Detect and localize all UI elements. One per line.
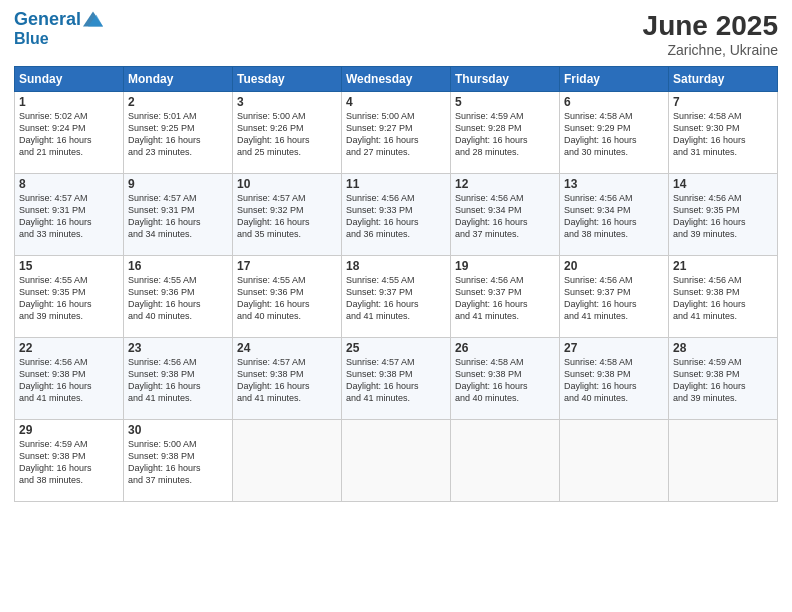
calendar-week-row: 29Sunrise: 4:59 AM Sunset: 9:38 PM Dayli… xyxy=(15,420,778,502)
calendar-cell: 10Sunrise: 4:57 AM Sunset: 9:32 PM Dayli… xyxy=(233,174,342,256)
calendar-cell: 23Sunrise: 4:56 AM Sunset: 9:38 PM Dayli… xyxy=(124,338,233,420)
day-info: Sunrise: 4:58 AM Sunset: 9:38 PM Dayligh… xyxy=(455,356,555,405)
day-number: 12 xyxy=(455,177,555,191)
day-number: 2 xyxy=(128,95,228,109)
day-info: Sunrise: 5:00 AM Sunset: 9:38 PM Dayligh… xyxy=(128,438,228,487)
calendar-cell: 24Sunrise: 4:57 AM Sunset: 9:38 PM Dayli… xyxy=(233,338,342,420)
day-number: 8 xyxy=(19,177,119,191)
weekday-header-cell: Sunday xyxy=(15,67,124,92)
calendar-body: 1Sunrise: 5:02 AM Sunset: 9:24 PM Daylig… xyxy=(15,92,778,502)
day-number: 27 xyxy=(564,341,664,355)
calendar: SundayMondayTuesdayWednesdayThursdayFrid… xyxy=(14,66,778,502)
month-title: June 2025 xyxy=(643,10,778,42)
weekday-header-cell: Wednesday xyxy=(342,67,451,92)
day-info: Sunrise: 4:57 AM Sunset: 9:38 PM Dayligh… xyxy=(346,356,446,405)
logo-line2: Blue xyxy=(14,30,103,48)
logo-line1: General xyxy=(14,9,81,29)
day-number: 11 xyxy=(346,177,446,191)
day-number: 10 xyxy=(237,177,337,191)
day-info: Sunrise: 4:56 AM Sunset: 9:34 PM Dayligh… xyxy=(564,192,664,241)
day-info: Sunrise: 4:56 AM Sunset: 9:33 PM Dayligh… xyxy=(346,192,446,241)
day-info: Sunrise: 5:00 AM Sunset: 9:27 PM Dayligh… xyxy=(346,110,446,159)
day-info: Sunrise: 4:59 AM Sunset: 9:38 PM Dayligh… xyxy=(673,356,773,405)
calendar-cell xyxy=(669,420,778,502)
day-number: 23 xyxy=(128,341,228,355)
calendar-cell xyxy=(342,420,451,502)
calendar-cell: 3Sunrise: 5:00 AM Sunset: 9:26 PM Daylig… xyxy=(233,92,342,174)
page: General Blue June 2025 Zarichne, Ukraine… xyxy=(0,0,792,612)
calendar-cell: 27Sunrise: 4:58 AM Sunset: 9:38 PM Dayli… xyxy=(560,338,669,420)
calendar-week-row: 8Sunrise: 4:57 AM Sunset: 9:31 PM Daylig… xyxy=(15,174,778,256)
calendar-cell: 5Sunrise: 4:59 AM Sunset: 9:28 PM Daylig… xyxy=(451,92,560,174)
calendar-week-row: 1Sunrise: 5:02 AM Sunset: 9:24 PM Daylig… xyxy=(15,92,778,174)
weekday-header-row: SundayMondayTuesdayWednesdayThursdayFrid… xyxy=(15,67,778,92)
logo-icon xyxy=(83,9,103,29)
calendar-cell: 16Sunrise: 4:55 AM Sunset: 9:36 PM Dayli… xyxy=(124,256,233,338)
calendar-cell: 28Sunrise: 4:59 AM Sunset: 9:38 PM Dayli… xyxy=(669,338,778,420)
day-info: Sunrise: 5:02 AM Sunset: 9:24 PM Dayligh… xyxy=(19,110,119,159)
day-info: Sunrise: 4:59 AM Sunset: 9:38 PM Dayligh… xyxy=(19,438,119,487)
day-info: Sunrise: 4:58 AM Sunset: 9:38 PM Dayligh… xyxy=(564,356,664,405)
day-info: Sunrise: 4:56 AM Sunset: 9:37 PM Dayligh… xyxy=(564,274,664,323)
day-number: 3 xyxy=(237,95,337,109)
day-number: 14 xyxy=(673,177,773,191)
calendar-cell xyxy=(560,420,669,502)
day-number: 9 xyxy=(128,177,228,191)
day-info: Sunrise: 4:56 AM Sunset: 9:34 PM Dayligh… xyxy=(455,192,555,241)
day-number: 29 xyxy=(19,423,119,437)
calendar-cell: 9Sunrise: 4:57 AM Sunset: 9:31 PM Daylig… xyxy=(124,174,233,256)
day-info: Sunrise: 4:55 AM Sunset: 9:36 PM Dayligh… xyxy=(237,274,337,323)
day-number: 26 xyxy=(455,341,555,355)
weekday-header-cell: Saturday xyxy=(669,67,778,92)
calendar-cell: 11Sunrise: 4:56 AM Sunset: 9:33 PM Dayli… xyxy=(342,174,451,256)
day-info: Sunrise: 4:57 AM Sunset: 9:32 PM Dayligh… xyxy=(237,192,337,241)
calendar-cell: 14Sunrise: 4:56 AM Sunset: 9:35 PM Dayli… xyxy=(669,174,778,256)
calendar-cell: 4Sunrise: 5:00 AM Sunset: 9:27 PM Daylig… xyxy=(342,92,451,174)
calendar-cell: 21Sunrise: 4:56 AM Sunset: 9:38 PM Dayli… xyxy=(669,256,778,338)
calendar-cell: 12Sunrise: 4:56 AM Sunset: 9:34 PM Dayli… xyxy=(451,174,560,256)
calendar-cell: 8Sunrise: 4:57 AM Sunset: 9:31 PM Daylig… xyxy=(15,174,124,256)
day-info: Sunrise: 4:59 AM Sunset: 9:28 PM Dayligh… xyxy=(455,110,555,159)
calendar-cell: 2Sunrise: 5:01 AM Sunset: 9:25 PM Daylig… xyxy=(124,92,233,174)
calendar-week-row: 22Sunrise: 4:56 AM Sunset: 9:38 PM Dayli… xyxy=(15,338,778,420)
header: General Blue June 2025 Zarichne, Ukraine xyxy=(14,10,778,58)
day-number: 5 xyxy=(455,95,555,109)
day-info: Sunrise: 4:56 AM Sunset: 9:35 PM Dayligh… xyxy=(673,192,773,241)
day-info: Sunrise: 4:56 AM Sunset: 9:38 PM Dayligh… xyxy=(19,356,119,405)
day-number: 30 xyxy=(128,423,228,437)
day-number: 16 xyxy=(128,259,228,273)
calendar-cell: 18Sunrise: 4:55 AM Sunset: 9:37 PM Dayli… xyxy=(342,256,451,338)
day-info: Sunrise: 4:58 AM Sunset: 9:29 PM Dayligh… xyxy=(564,110,664,159)
weekday-header-cell: Tuesday xyxy=(233,67,342,92)
day-number: 25 xyxy=(346,341,446,355)
day-number: 7 xyxy=(673,95,773,109)
day-info: Sunrise: 4:55 AM Sunset: 9:37 PM Dayligh… xyxy=(346,274,446,323)
calendar-cell: 7Sunrise: 4:58 AM Sunset: 9:30 PM Daylig… xyxy=(669,92,778,174)
day-info: Sunrise: 4:57 AM Sunset: 9:38 PM Dayligh… xyxy=(237,356,337,405)
day-number: 21 xyxy=(673,259,773,273)
day-number: 24 xyxy=(237,341,337,355)
day-info: Sunrise: 5:01 AM Sunset: 9:25 PM Dayligh… xyxy=(128,110,228,159)
day-info: Sunrise: 4:55 AM Sunset: 9:36 PM Dayligh… xyxy=(128,274,228,323)
calendar-cell: 1Sunrise: 5:02 AM Sunset: 9:24 PM Daylig… xyxy=(15,92,124,174)
day-number: 13 xyxy=(564,177,664,191)
day-info: Sunrise: 4:58 AM Sunset: 9:30 PM Dayligh… xyxy=(673,110,773,159)
calendar-cell xyxy=(233,420,342,502)
day-info: Sunrise: 4:57 AM Sunset: 9:31 PM Dayligh… xyxy=(128,192,228,241)
day-number: 19 xyxy=(455,259,555,273)
day-number: 20 xyxy=(564,259,664,273)
calendar-cell: 6Sunrise: 4:58 AM Sunset: 9:29 PM Daylig… xyxy=(560,92,669,174)
day-info: Sunrise: 4:56 AM Sunset: 9:38 PM Dayligh… xyxy=(128,356,228,405)
day-number: 1 xyxy=(19,95,119,109)
calendar-week-row: 15Sunrise: 4:55 AM Sunset: 9:35 PM Dayli… xyxy=(15,256,778,338)
logo: General Blue xyxy=(14,10,103,47)
calendar-cell: 30Sunrise: 5:00 AM Sunset: 9:38 PM Dayli… xyxy=(124,420,233,502)
calendar-cell: 13Sunrise: 4:56 AM Sunset: 9:34 PM Dayli… xyxy=(560,174,669,256)
calendar-cell: 29Sunrise: 4:59 AM Sunset: 9:38 PM Dayli… xyxy=(15,420,124,502)
calendar-cell: 17Sunrise: 4:55 AM Sunset: 9:36 PM Dayli… xyxy=(233,256,342,338)
day-number: 17 xyxy=(237,259,337,273)
calendar-cell: 26Sunrise: 4:58 AM Sunset: 9:38 PM Dayli… xyxy=(451,338,560,420)
day-number: 22 xyxy=(19,341,119,355)
location-subtitle: Zarichne, Ukraine xyxy=(643,42,778,58)
day-number: 18 xyxy=(346,259,446,273)
